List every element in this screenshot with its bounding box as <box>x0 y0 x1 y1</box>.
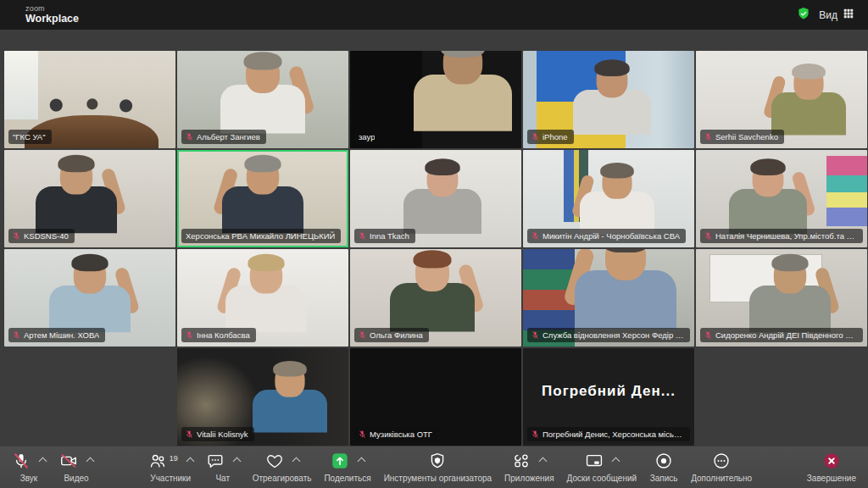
grid-view-icon <box>843 8 854 22</box>
participant-tile[interactable]: Інна Колбасва <box>177 249 348 347</box>
participant-name-label: iPhone <box>527 130 574 144</box>
participant-name-label: Микитін Андрій - Чорнобаївська СВА <box>527 229 686 243</box>
muted-mic-icon <box>186 132 193 141</box>
participant-tile[interactable]: Vitalii Kolisnyk <box>177 348 348 446</box>
participant-figure <box>407 51 520 148</box>
top-bar: zoom Workplace Вид <box>0 0 868 30</box>
participant-name-label: Ольга Филина <box>354 328 429 342</box>
participant-name-label: Інна Колбасва <box>181 328 256 342</box>
bottom-toolbar: ЗвукВидео 19УчастникиЧатОтреагироватьПод… <box>0 446 868 488</box>
toolbar-button-participants[interactable]: 19Участники <box>148 452 193 483</box>
shield-icon <box>428 452 447 474</box>
participant-tile[interactable]: Serhii Savchenko <box>696 51 867 148</box>
participant-tile[interactable]: Херсонська РВА Михайло ЛИНЕЦЬКИЙ <box>177 150 348 247</box>
participant-tile[interactable]: Погребний Ден...Погребний Денис, Херсонс… <box>523 348 694 446</box>
toolbar-label: Дополнительно <box>691 474 752 483</box>
muted-mic-icon <box>186 330 193 340</box>
figure-hair <box>274 361 308 377</box>
view-button[interactable]: Вид <box>819 8 854 22</box>
chevron-up-icon[interactable] <box>232 458 241 466</box>
toolbar-button-end[interactable]: Завершение <box>807 452 856 483</box>
toolbar-button-host-tools[interactable]: Инструменты организатора <box>384 452 492 483</box>
figure-hair <box>750 158 785 175</box>
more-icon <box>712 452 731 474</box>
participant-name-label: Альберт Зангиев <box>181 130 266 144</box>
raised-hand <box>216 266 242 314</box>
toolbar-button-apps[interactable]: Приложения <box>504 452 554 483</box>
brand-zoom: zoom <box>25 5 79 13</box>
participant-tile[interactable]: заур <box>350 51 521 148</box>
participant-tile[interactable]: Музиківська ОТГ <box>350 348 521 446</box>
chevron-up-icon[interactable] <box>39 458 47 466</box>
participant-tile[interactable]: Служба відновлення Херсон Федір Усенко <box>523 249 694 347</box>
chevron-up-icon[interactable] <box>186 458 194 466</box>
participant-tile[interactable]: Микитін Андрій - Чорнобаївська СВА <box>523 150 694 247</box>
camera-muted-icon <box>59 452 78 474</box>
participant-tile[interactable]: Артем Мішин. ХОВА <box>4 249 175 347</box>
participant-name-label: Служба відновлення Херсон Федір Усенко <box>527 328 690 342</box>
toolbar-button-video[interactable]: Видео <box>59 452 93 483</box>
participant-tile[interactable]: Ольга Филина <box>350 249 521 347</box>
participant-tile[interactable]: Inna Tkach <box>350 150 521 247</box>
chat-icon <box>206 452 225 474</box>
figure-head <box>246 55 280 93</box>
participant-count-badge: 19 <box>170 454 178 463</box>
toolbar-button-share[interactable]: Поделиться <box>324 452 370 483</box>
chevron-up-icon[interactable] <box>539 458 548 466</box>
participant-tile[interactable]: Наталія Чернишева, Упр.містоб.та архіт. … <box>696 150 867 247</box>
participant-name-text: Погребний Денис, Херсонська міська рада <box>542 430 684 439</box>
chevron-up-icon[interactable] <box>86 458 95 466</box>
toolbar-button-react[interactable]: Отреагировать <box>253 452 312 483</box>
participant-name-text: Служба відновлення Херсон Федір Усенко <box>542 330 684 340</box>
muted-mic-icon <box>359 231 366 241</box>
chevron-up-icon[interactable] <box>611 458 620 466</box>
figure-torso <box>49 286 131 332</box>
participant-tile[interactable]: Сидоренко Андрій ДЕІ Південного округу (… <box>696 249 867 347</box>
toolbar-button-record[interactable]: Запись <box>649 452 678 483</box>
zoom-meeting-window: zoom Workplace Вид "ГКС УА"Альберт Занги… <box>0 0 868 488</box>
figure-head <box>74 257 106 293</box>
muted-mic-icon <box>531 132 539 141</box>
toolbar-left-group: ЗвукВидео <box>12 452 93 483</box>
participant-name-label: Погребний Денис, Херсонська міська рада <box>527 427 690 441</box>
muted-mic-icon <box>13 330 20 340</box>
figure-hair <box>603 249 648 252</box>
raised-hand <box>114 266 140 314</box>
participant-overlay-name: Погребний Ден... <box>523 383 694 400</box>
raised-hand <box>213 167 239 215</box>
raised-hand <box>100 167 126 215</box>
figure-hair <box>248 254 284 271</box>
participant-tile[interactable]: "ГКС УА" <box>4 51 175 148</box>
security-shield-icon[interactable] <box>796 6 811 25</box>
figure-head <box>275 363 305 397</box>
participant-tile[interactable]: Альберт Зангиев <box>177 51 348 148</box>
participant-name-label: Артем Мішин. ХОВА <box>8 328 105 342</box>
muted-mic-icon <box>359 330 366 340</box>
chevron-up-icon[interactable] <box>292 458 300 466</box>
toolbar-button-chat[interactable]: Чат <box>206 452 240 483</box>
toolbar-label: Инструменты организатора <box>384 474 492 483</box>
participant-name-text: Альберт Зангиев <box>197 132 260 141</box>
toolbar-center-group: 19УчастникиЧатОтреагироватьПоделитьсяИнс… <box>93 452 807 483</box>
figure-head <box>427 162 459 197</box>
toolbar-button-audio[interactable]: Звук <box>12 452 46 483</box>
participant-tile[interactable]: iPhone <box>523 51 694 148</box>
participant-name-label: Vitalii Kolisnyk <box>181 427 254 441</box>
figure-hair <box>244 155 281 172</box>
toolbar-button-whiteboards[interactable]: Доски сообщений <box>567 452 637 483</box>
participant-tile[interactable]: KSDSNS-40 <box>4 150 175 247</box>
toolbar-button-more[interactable]: Дополнительно <box>691 452 752 483</box>
figure-torso <box>253 390 327 433</box>
figure-hair <box>58 155 94 172</box>
toolbar-label: Чат <box>215 474 230 483</box>
toolbar-label: Поделиться <box>324 474 370 483</box>
figure-torso <box>771 92 846 136</box>
apps-icon <box>512 452 531 474</box>
figure-torso <box>36 186 117 233</box>
toolbar-label: Видео <box>64 474 88 483</box>
figure-torso <box>225 286 307 332</box>
chevron-up-icon[interactable] <box>358 458 366 466</box>
participant-name-text: Vitalii Kolisnyk <box>197 430 248 439</box>
raised-hand <box>763 75 787 119</box>
participant-name-text: KSDSNS-40 <box>24 231 69 241</box>
